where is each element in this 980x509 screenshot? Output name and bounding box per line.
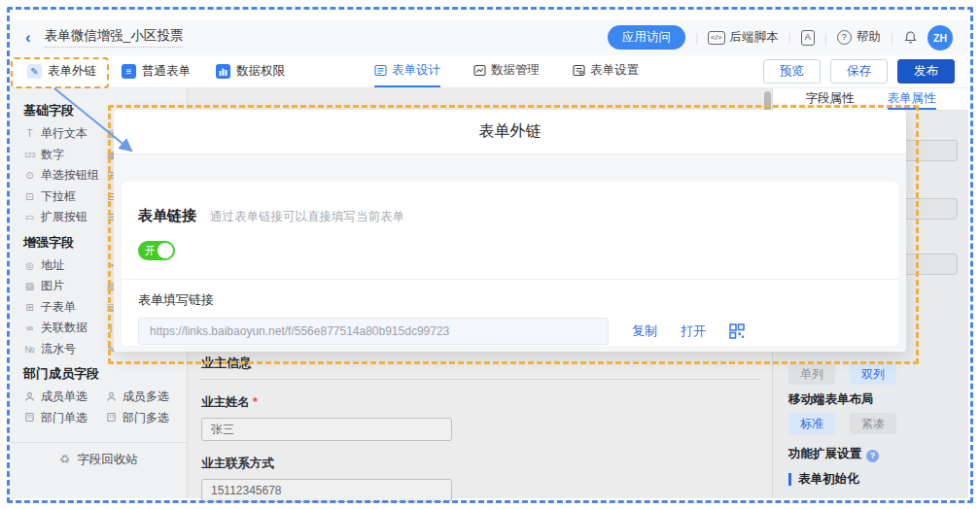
form-title[interactable]: 表单微信增强_小区投票 xyxy=(45,27,184,48)
panel-option-button[interactable]: 标准 xyxy=(788,413,835,434)
field-type-item[interactable]: 成员多选 xyxy=(105,389,169,405)
tab-form-settings[interactable]: 表单设置 xyxy=(573,55,639,87)
question-icon: ? xyxy=(837,30,852,45)
form-external-link-button[interactable]: ✎表单外链 xyxy=(27,63,96,80)
panel-option-button[interactable]: 单列 xyxy=(788,363,835,385)
sidebar-row: 部门单选部门多选 xyxy=(10,408,187,429)
field-type-icon: ⊞ xyxy=(23,302,36,313)
modal-title: 表单外链 xyxy=(114,110,906,154)
divider: | xyxy=(891,31,893,45)
help-button[interactable]: ? 帮助 xyxy=(837,29,881,46)
bell-icon[interactable] xyxy=(903,30,918,45)
field-type-icon: ⊙ xyxy=(23,170,36,181)
field-type-item[interactable]: ▨图片 xyxy=(10,278,105,294)
qrcode-icon[interactable] xyxy=(729,323,745,339)
button-label: 普通表单 xyxy=(142,63,191,80)
field-type-item[interactable]: T单行文本 xyxy=(10,125,105,142)
form-link-toggle[interactable]: 开 xyxy=(138,241,175,260)
publish-button[interactable]: 发布 xyxy=(897,59,955,84)
field-input[interactable]: 张三 xyxy=(201,418,452,441)
form-preview: 业主信息 业主姓名*张三业主联系方式15112345678 xyxy=(201,355,760,502)
save-button[interactable]: 保存 xyxy=(830,59,888,84)
toolbar: ✎表单外链≡普通表单数据权限 表单设计数据管理表单设置 预览保存发布 xyxy=(10,55,968,88)
form-external-link-modal: 表单外链 表单链接 通过表单链接可以直接填写当前表单 开 表单填写链接 http… xyxy=(114,110,906,352)
field-type-label: 关联数据 xyxy=(41,320,88,336)
tab-form-design[interactable]: 表单设计 xyxy=(374,55,440,87)
field-type-label: 下拉框 xyxy=(41,188,76,205)
field-type-label: 地址 xyxy=(41,257,64,274)
preview-button[interactable]: 预览 xyxy=(763,59,821,84)
form-link-desc: 通过表单链接可以直接填写当前表单 xyxy=(210,209,404,225)
field-type-label: 部门多选 xyxy=(122,410,169,426)
field-type-item[interactable]: 部门多选 xyxy=(105,410,169,426)
panel-option-button[interactable]: 紧凑 xyxy=(850,413,896,434)
field-type-item[interactable]: 成员单选 xyxy=(10,389,105,405)
field-type-label: 扩展按钮 xyxy=(41,209,88,225)
field-type-label: 成员多选 xyxy=(122,389,169,405)
field-input[interactable]: 15112345678 xyxy=(201,479,452,502)
design-icon xyxy=(374,64,387,77)
field-type-item[interactable]: ◎地址 xyxy=(10,257,105,274)
settings-icon xyxy=(573,64,585,77)
tab-label: 表单设计 xyxy=(392,62,440,79)
button-label: 数据权限 xyxy=(236,63,285,80)
app-window: ‹ 表单微信增强_小区投票 应用访问 | </> 后端脚本 | A | ? 帮助… xyxy=(0,0,980,509)
sidebar-row: 成员单选成员多选 xyxy=(10,387,187,408)
copy-link-button[interactable]: 复制 xyxy=(632,322,657,340)
toggle-knob xyxy=(158,243,173,258)
field-type-item[interactable]: 部门单选 xyxy=(10,410,105,426)
avatar[interactable]: ZH xyxy=(928,25,953,51)
fill-link-label: 表单填写链接 xyxy=(122,280,898,309)
doc-icon: ≡ xyxy=(122,64,136,79)
field-type-label: 流水号 xyxy=(41,341,76,357)
field-type-item[interactable]: №流水号 xyxy=(10,341,105,357)
panel-option-button[interactable]: 双列 xyxy=(850,363,896,385)
tab-label: 表单设置 xyxy=(590,62,639,79)
open-link-button[interactable]: 打开 xyxy=(681,322,706,340)
field-type-label: 成员单选 xyxy=(41,389,88,405)
form-link-card: 表单链接 通过表单链接可以直接填写当前表单 开 表单填写链接 https://l… xyxy=(122,182,898,346)
field-type-label: 数字 xyxy=(41,147,64,163)
i18n-icon[interactable]: A xyxy=(801,30,815,46)
field-type-icon xyxy=(105,412,118,424)
app-access-button[interactable]: 应用访问 xyxy=(608,25,685,50)
field-type-icon xyxy=(23,391,36,403)
field-type-label: 图片 xyxy=(41,278,64,294)
pencil-icon: ✎ xyxy=(27,64,42,79)
section-divider xyxy=(201,379,760,380)
recycle-label: 字段回收站 xyxy=(77,452,138,468)
divider: | xyxy=(824,31,827,45)
required-asterisk: * xyxy=(253,395,258,409)
field-type-icon: 123 xyxy=(23,152,36,158)
field-type-label: 单选按钮组 xyxy=(41,167,99,184)
field-type-icon xyxy=(23,412,36,424)
field-type-item[interactable]: ⊙单选按钮组 xyxy=(10,167,105,184)
code-icon: </> xyxy=(708,31,725,45)
data-permission-button[interactable]: 数据权限 xyxy=(216,63,285,80)
field-type-icon: ◎ xyxy=(23,260,36,271)
field-type-item[interactable]: ⊡下拉框 xyxy=(10,188,105,205)
field-type-icon: ⊡ xyxy=(23,191,36,202)
field-type-item[interactable]: ⊞子表单 xyxy=(10,299,105,316)
field-type-icon xyxy=(105,391,118,403)
panel-tab-field-props[interactable]: 字段属性 xyxy=(806,88,855,110)
help-circle-icon[interactable]: ? xyxy=(866,450,879,462)
field-type-icon: ▨ xyxy=(23,281,36,291)
tab-data-manage[interactable]: 数据管理 xyxy=(473,55,540,87)
mobile-layout-label: 移动端表单布局 xyxy=(788,391,874,408)
field-type-item[interactable]: ▭扩展按钮 xyxy=(10,209,105,225)
field-type-icon: № xyxy=(23,344,36,355)
ext-settings-label: 功能扩展设置? xyxy=(788,446,879,462)
back-icon[interactable]: ‹ xyxy=(25,29,31,46)
normal-form-button[interactable]: ≡普通表单 xyxy=(122,63,191,80)
panel-tab-form-props[interactable]: 表单属性 xyxy=(888,88,936,110)
backend-script-button[interactable]: </> 后端脚本 xyxy=(708,29,779,46)
section-title[interactable]: 业主信息 xyxy=(201,355,760,372)
field-type-label: 部门单选 xyxy=(41,410,88,426)
field-type-item[interactable]: ∞关联数据 xyxy=(10,320,105,336)
field-recycle-bin[interactable]: ♻字段回收站 xyxy=(10,442,187,476)
field-type-icon: ▭ xyxy=(23,212,36,222)
field-type-item[interactable]: 123数字 xyxy=(10,147,105,163)
form-init-label: 表单初始化 xyxy=(788,473,859,486)
form-link-url[interactable]: https://links.baibaoyun.net/f/556e877514… xyxy=(138,318,609,345)
